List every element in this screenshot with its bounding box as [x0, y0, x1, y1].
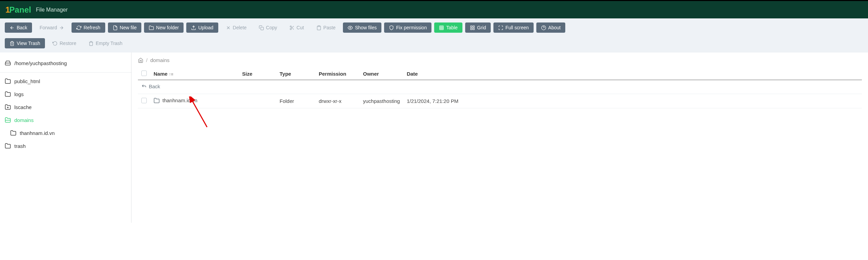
tree-item-domains[interactable]: domains [0, 113, 131, 126]
copy-icon [259, 25, 264, 30]
col-name[interactable]: Name↑≡ [150, 68, 239, 80]
x-icon [226, 25, 231, 30]
refresh-button[interactable]: Refresh [72, 22, 105, 33]
svg-rect-0 [261, 27, 264, 30]
table-row[interactable]: thanhnam.id.vn Folder drwxr-xr-x yuchpas… [138, 94, 862, 108]
svg-point-1 [290, 26, 291, 27]
col-date[interactable]: Date [403, 68, 862, 80]
logo-panel: Panel [9, 5, 31, 15]
delete-button[interactable]: Delete [221, 22, 251, 33]
folder-open-icon [5, 117, 11, 123]
arrow-right-icon [59, 25, 64, 30]
col-permission[interactable]: Permission [315, 68, 360, 80]
new-folder-button[interactable]: New folder [144, 22, 184, 33]
help-icon [541, 25, 546, 30]
svg-rect-5 [440, 26, 443, 29]
upload-icon [191, 25, 196, 30]
return-icon [141, 84, 147, 89]
file-table: Name↑≡ Size Type Permission Owner Date B… [138, 68, 862, 108]
tree-item-trash[interactable]: trash [0, 139, 131, 152]
tree-item-public-html[interactable]: public_html [0, 75, 131, 88]
select-all-checkbox[interactable] [141, 71, 147, 76]
row-checkbox[interactable] [141, 98, 147, 103]
eye-icon [348, 25, 353, 30]
back-row[interactable]: Back [138, 80, 862, 94]
refresh-icon [76, 25, 81, 30]
svg-rect-7 [473, 26, 474, 27]
rotate-ccw-icon [52, 41, 58, 46]
cut-button[interactable]: Cut [285, 22, 309, 33]
file-date: 1/21/2024, 7:21:20 PM [403, 94, 862, 108]
trash-icon [10, 41, 15, 46]
folder-icon [10, 130, 16, 136]
new-file-button[interactable]: New file [108, 22, 142, 33]
clipboard-icon [316, 25, 321, 30]
tree-item-thanhnam[interactable]: thanhnam.id.vn [0, 126, 131, 139]
file-size [239, 94, 276, 108]
back-link[interactable]: Back [141, 83, 160, 89]
header-bar: 1 Panel File Manager [0, 0, 868, 18]
upload-button[interactable]: Upload [186, 22, 218, 33]
file-icon [113, 25, 118, 30]
scissors-icon [289, 25, 295, 30]
folder-icon [5, 78, 11, 84]
grid-view-button[interactable]: Grid [465, 22, 491, 33]
grid-icon [470, 25, 475, 30]
svg-rect-3 [318, 26, 320, 27]
logo: 1 Panel [5, 5, 31, 15]
folder-icon [5, 91, 11, 97]
full-screen-button[interactable]: Full screen [493, 22, 533, 33]
folder-icon [149, 25, 154, 30]
fix-permission-button[interactable]: Fix permission [384, 22, 431, 33]
sort-icon: ↑≡ [169, 72, 173, 77]
paste-button[interactable]: Paste [312, 22, 341, 33]
svg-point-2 [290, 28, 291, 30]
breadcrumb: / domains [138, 57, 862, 68]
col-owner[interactable]: Owner [360, 68, 403, 80]
restore-button[interactable]: Restore [48, 38, 81, 48]
drive-icon [5, 60, 11, 66]
home-icon[interactable] [138, 58, 143, 63]
svg-rect-9 [471, 28, 472, 29]
empty-trash-button[interactable]: Empty Trash [84, 38, 127, 48]
about-button[interactable]: About [536, 22, 566, 33]
tree: public_html logs lscache domains thanhna… [0, 73, 131, 154]
tree-item-lscache[interactable]: lscache [0, 101, 131, 113]
toolbar: Back Forward Refresh New file New folder… [0, 18, 868, 52]
trash-icon [89, 41, 94, 46]
breadcrumb-current[interactable]: domains [150, 57, 170, 63]
file-permission: drwxr-xr-x [315, 94, 360, 108]
shield-icon [389, 25, 394, 30]
arrow-left-icon [10, 25, 15, 30]
breadcrumb-separator: / [146, 57, 147, 63]
app-title: File Manager [36, 7, 67, 13]
folder-icon [5, 143, 11, 149]
table-icon [439, 25, 444, 30]
tree-item-logs[interactable]: logs [0, 88, 131, 101]
svg-point-4 [350, 27, 351, 28]
show-files-button[interactable]: Show files [343, 22, 381, 33]
col-size[interactable]: Size [239, 68, 276, 80]
file-type: Folder [276, 94, 315, 108]
root-path[interactable]: /home/yuchpasthosting [0, 57, 131, 73]
svg-rect-6 [471, 26, 472, 27]
content: / domains Name↑≡ Size Type Permission Ow… [131, 52, 868, 223]
maximize-icon [498, 25, 503, 30]
file-name: thanhnam.id.vn [162, 97, 198, 103]
folder-plus-icon [5, 104, 11, 110]
file-owner: yuchpasthosting [360, 94, 403, 108]
col-type[interactable]: Type [276, 68, 315, 80]
svg-rect-8 [473, 28, 474, 29]
sidebar: /home/yuchpasthosting public_html logs l… [0, 52, 131, 223]
main: /home/yuchpasthosting public_html logs l… [0, 52, 868, 223]
toolbar-row-2: View Trash Restore Empty Trash [5, 38, 863, 48]
folder-icon [154, 97, 160, 104]
table-view-button[interactable]: Table [434, 22, 462, 33]
copy-button[interactable]: Copy [254, 22, 282, 33]
forward-button[interactable]: Forward [35, 22, 69, 33]
back-button[interactable]: Back [5, 22, 32, 33]
view-trash-button[interactable]: View Trash [5, 38, 45, 48]
table-header-row: Name↑≡ Size Type Permission Owner Date [138, 68, 862, 80]
